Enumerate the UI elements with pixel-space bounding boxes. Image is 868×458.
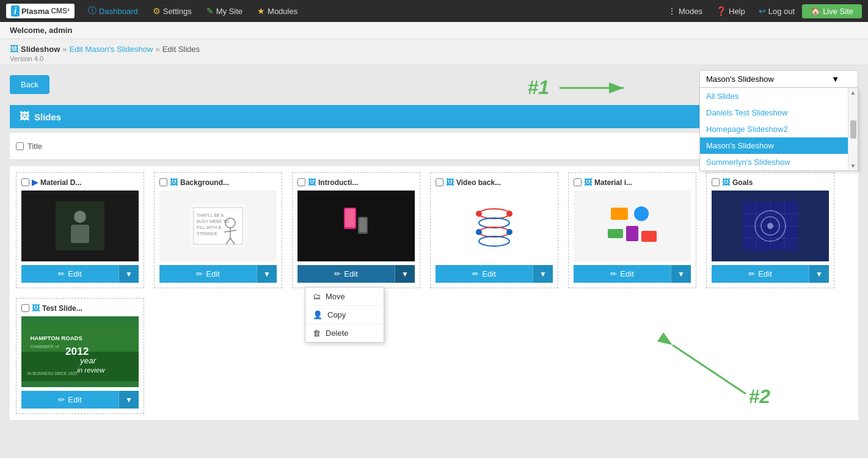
slide-checkbox-3[interactable]	[297, 178, 305, 186]
chevron-down-icon: ▼	[831, 75, 839, 84]
nav-right: ⋮ Modes ❓ Help ↩ Log out 🏠 Live Site	[662, 4, 862, 18]
svg-rect-32	[611, 208, 628, 220]
edit-button-7[interactable]: ✏ Edit	[21, 391, 119, 409]
svg-rect-19	[345, 209, 355, 227]
image-type-icon-2: 🖼	[170, 178, 178, 187]
edit-btn-row-5: ✏ Edit ▼	[574, 265, 691, 283]
context-menu-item-move[interactable]: 🗂 Move	[305, 288, 384, 306]
pencil-icon-7: ✏	[58, 395, 65, 404]
modules-icon: ★	[257, 6, 265, 16]
slide-thumb-3	[297, 191, 415, 261]
slide-thumb-7: HAMPTON ROADS CHAMBER of 2012 year in re…	[21, 316, 139, 387]
svg-rect-35	[626, 226, 638, 241]
svg-rect-21	[359, 218, 367, 232]
image-type-icon-4: 🖼	[446, 178, 454, 187]
slide-card-test-slide: 🖼 Test Slide... HAMPTON ROADS CHAMBER of…	[16, 298, 144, 414]
edit-dropdown-button-2[interactable]: ▼	[257, 265, 277, 283]
slide-thumb-2: THAT'LL BE A BUSY WEEK TO FILL WITH A ST…	[159, 191, 277, 261]
slide-title-5: Material i...	[594, 178, 632, 187]
slide-thumb-5	[574, 191, 691, 261]
dropdown-item-masons[interactable]: Mason's Slideshow	[700, 137, 848, 154]
slides-header-icon: 🖼	[20, 111, 29, 122]
toolbar-left: Title	[16, 142, 42, 151]
mysite-button[interactable]: ✎ My Site	[200, 4, 249, 18]
logout-icon: ↩	[759, 6, 766, 16]
material-d-thumbnail	[56, 202, 104, 250]
context-menu-item-delete[interactable]: 🗑 Delete	[305, 324, 384, 342]
svg-point-46	[767, 223, 773, 229]
scroll-thumb	[850, 120, 856, 139]
slideshow-dropdown-menu: All Slides Daniels Test Slideshow Homepa…	[699, 88, 858, 171]
help-button[interactable]: ❓ Help	[710, 4, 751, 18]
edit-btn-row-6: ✏ Edit ▼	[712, 265, 829, 283]
home-icon: 🏠	[811, 7, 820, 16]
slide-checkbox-7[interactable]	[21, 304, 29, 312]
context-menu-copy-label: Copy	[327, 310, 346, 319]
edit-button-4[interactable]: ✏ Edit	[436, 265, 533, 283]
live-site-button[interactable]: 🏠 Live Site	[802, 4, 862, 18]
breadcrumb-sep-1: »	[62, 45, 67, 54]
edit-btn-row-7: ✏ Edit ▼	[21, 391, 139, 409]
slide-card-header-3: 🖼 Introducti...	[297, 178, 415, 187]
help-icon: ❓	[716, 6, 726, 16]
edit-button-2[interactable]: ✏ Edit	[159, 265, 257, 283]
svg-text:THAT'LL BE A: THAT'LL BE A	[197, 213, 224, 217]
svg-point-33	[634, 206, 649, 221]
dropdown-item-summerlyn[interactable]: Summerlyn's Slideshow	[700, 154, 848, 170]
slide-checkbox-4[interactable]	[436, 178, 443, 186]
edit-dropdown-button-3[interactable]: ▼	[395, 265, 415, 283]
edit-button-3[interactable]: ✏ Edit	[297, 265, 395, 283]
modes-button[interactable]: ⋮ Modes	[662, 4, 709, 18]
dashboard-icon: ⓘ	[88, 5, 97, 16]
welcome-bar: Welcome, admin	[0, 22, 868, 39]
edit-dropdown-button-5[interactable]: ▼	[671, 265, 691, 283]
dropdown-item-homepage[interactable]: Homepage Slideshow2	[700, 121, 848, 137]
brand-logo: i Plasma CMS²	[6, 4, 75, 18]
delete-icon: 🗑	[313, 329, 321, 338]
logout-button[interactable]: ↩ Log out	[753, 4, 801, 18]
selected-slideshow-label: Mason's Slideshow	[706, 75, 774, 84]
breadcrumb-step1[interactable]: Edit Mason's Slideshow	[70, 45, 153, 54]
slide-thumb-1	[21, 191, 139, 261]
settings-button[interactable]: ⚙ Settings	[147, 4, 198, 18]
edit-btn-row-1: ✏ Edit ▼	[21, 265, 139, 283]
slide-checkbox-2[interactable]	[159, 178, 167, 186]
svg-rect-36	[641, 231, 657, 242]
modules-button[interactable]: ★ Modules	[251, 4, 304, 18]
slide-card-header-2: 🖼 Background...	[159, 178, 277, 187]
slide-card-header-7: 🖼 Test Slide...	[21, 304, 139, 313]
edit-dropdown-button-6[interactable]: ▼	[809, 265, 829, 283]
goals-thumbnail	[743, 202, 798, 250]
test-slide-thumbnail: HAMPTON ROADS CHAMBER of 2012 year in re…	[21, 316, 139, 387]
edit-button-6[interactable]: ✏ Edit	[712, 265, 809, 283]
scroll-up-arrow[interactable]: ▲	[850, 89, 856, 96]
material-i-thumbnail	[605, 202, 660, 250]
edit-dropdown-button-4[interactable]: ▼	[533, 265, 553, 283]
edit-button-5[interactable]: ✏ Edit	[574, 265, 671, 283]
edit-dropdown-button-7[interactable]: ▼	[119, 391, 139, 409]
page-area: #1 Mason's Slideshow ▼ All Slides Daniel…	[0, 65, 868, 426]
svg-text:2012: 2012	[65, 345, 89, 357]
slide-checkbox-5[interactable]	[574, 178, 582, 186]
scroll-down-arrow[interactable]: ▼	[850, 162, 856, 169]
back-button[interactable]: Back	[10, 75, 49, 94]
slideshow-icon: 🖼	[10, 44, 18, 54]
nav-left: i Plasma CMS² ⓘ Dashboard ⚙ Settings ✎ M…	[6, 3, 304, 19]
dropdown-item-daniels[interactable]: Daniels Test Slideshow	[700, 104, 848, 121]
dropdown-list: All Slides Daniels Test Slideshow Homepa…	[700, 88, 848, 170]
edit-dropdown-button-1[interactable]: ▼	[119, 265, 139, 283]
slide-card-introducti: 🖼 Introducti... ✏ Edit ▼	[292, 172, 420, 288]
slide-checkbox-1[interactable]	[21, 178, 29, 186]
select-all-checkbox[interactable]	[16, 142, 24, 150]
scrollbar-track[interactable]: ▲ ▼	[848, 88, 858, 170]
slide-card-header-5: 🖼 Material i...	[574, 178, 691, 187]
edit-button-1[interactable]: ✏ Edit	[21, 265, 119, 283]
slideshow-dropdown-button[interactable]: Mason's Slideshow ▼	[699, 70, 858, 88]
pencil-icon-6: ✏	[748, 269, 755, 278]
slide-title-7: Test Slide...	[42, 304, 82, 313]
dropdown-item-all-slides[interactable]: All Slides	[700, 88, 848, 104]
dashboard-button[interactable]: ⓘ Dashboard	[82, 3, 144, 19]
slide-checkbox-6[interactable]	[712, 178, 720, 186]
title-column-header: Title	[27, 142, 42, 151]
context-menu-item-copy[interactable]: 👤 Copy	[305, 306, 384, 324]
